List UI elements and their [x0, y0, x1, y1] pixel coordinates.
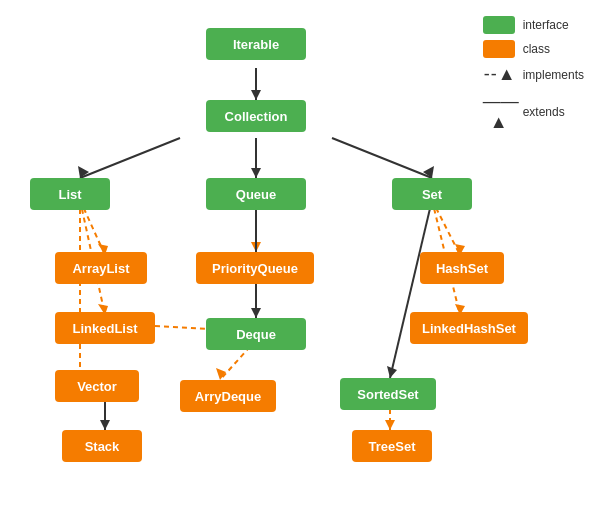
- legend: interface class - - ▲ implements ——▲ ext…: [483, 16, 584, 133]
- legend-class: class: [483, 40, 584, 58]
- legend-interface-box: [483, 16, 515, 34]
- diagram-container: Iterable Collection List Queue Set Array…: [0, 0, 600, 522]
- legend-extends-label: extends: [523, 105, 565, 119]
- legend-extends-arrow: ——▲: [483, 91, 515, 133]
- node-queue: Queue: [206, 178, 306, 210]
- node-iterable: Iterable: [206, 28, 306, 60]
- legend-implements: - - ▲ implements: [483, 64, 584, 85]
- legend-interface-label: interface: [523, 18, 569, 32]
- node-arraylist: ArrayList: [55, 252, 147, 284]
- legend-implements-arrow: - - ▲: [483, 64, 515, 85]
- node-treeset: TreeSet: [352, 430, 432, 462]
- svg-marker-18: [251, 242, 261, 252]
- svg-marker-5: [251, 168, 261, 178]
- svg-marker-3: [78, 166, 89, 178]
- svg-marker-30: [387, 366, 397, 378]
- node-vector: Vector: [55, 370, 139, 402]
- node-priorityqueue: PriorityQueue: [196, 252, 314, 284]
- node-stack: Stack: [62, 430, 142, 462]
- legend-interface: interface: [483, 16, 584, 34]
- node-linkedlist: LinkedList: [55, 312, 155, 344]
- node-deque: Deque: [206, 318, 306, 350]
- node-collection: Collection: [206, 100, 306, 132]
- node-arrydeque: ArryDeque: [180, 380, 276, 412]
- svg-marker-32: [385, 420, 395, 430]
- svg-marker-22: [216, 368, 226, 380]
- legend-class-label: class: [523, 42, 550, 56]
- svg-line-29: [390, 200, 432, 378]
- node-hashset: HashSet: [420, 252, 504, 284]
- legend-class-box: [483, 40, 515, 58]
- node-sortedset: SortedSet: [340, 378, 436, 410]
- svg-line-6: [332, 138, 432, 178]
- node-set: Set: [392, 178, 472, 210]
- svg-marker-13: [100, 420, 110, 430]
- node-list: List: [30, 178, 110, 210]
- svg-line-2: [80, 138, 180, 178]
- node-linkedhashset: LinkedHashSet: [410, 312, 528, 344]
- svg-marker-20: [251, 308, 261, 318]
- svg-marker-7: [423, 166, 434, 178]
- svg-marker-1: [251, 90, 261, 100]
- legend-implements-label: implements: [523, 68, 584, 82]
- legend-extends: ——▲ extends: [483, 91, 584, 133]
